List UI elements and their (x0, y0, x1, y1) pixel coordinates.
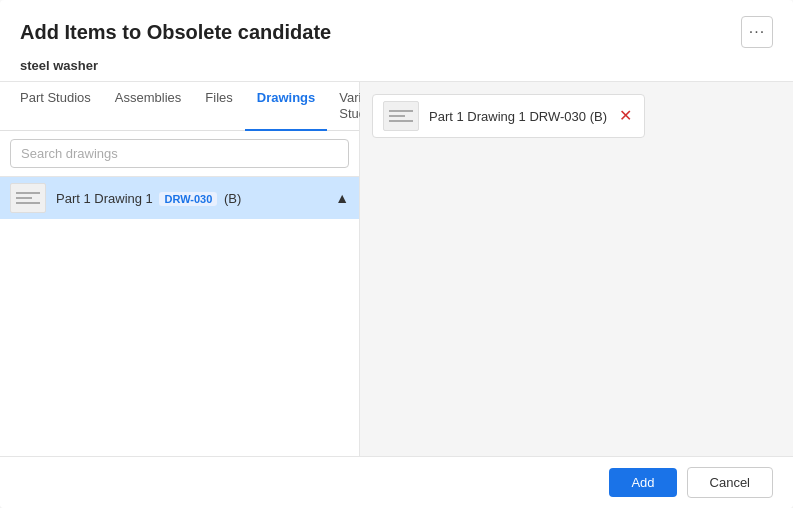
search-input[interactable] (10, 139, 349, 168)
dialog-footer: Add Cancel (0, 456, 793, 508)
selected-item-thumbnail (383, 101, 419, 131)
cancel-button[interactable]: Cancel (687, 467, 773, 498)
tab-part-studios[interactable]: Part Studios (8, 82, 103, 131)
add-button[interactable]: Add (609, 468, 676, 497)
dialog-title: Add Items to Obsolete candidate (20, 21, 331, 44)
selected-item-label: Part 1 Drawing 1 DRW-030 (B) (429, 109, 607, 124)
remove-item-button[interactable]: ✕ (617, 108, 634, 124)
drawings-list: Part 1 Drawing 1 DRW-030 (B) ▲ (0, 177, 359, 456)
right-panel: Part 1 Drawing 1 DRW-030 (B) ✕ (360, 82, 793, 456)
list-item[interactable]: Part 1 Drawing 1 DRW-030 (B) ▲ (0, 177, 359, 219)
dialog-header: Add Items to Obsolete candidate ··· (0, 0, 793, 56)
item-label: Part 1 Drawing 1 DRW-030 (B) (56, 191, 329, 206)
dialog: Add Items to Obsolete candidate ··· stee… (0, 0, 793, 508)
drw-tag: DRW-030 (159, 192, 217, 206)
tabs-bar: Part Studios Assemblies Files Drawings V… (0, 82, 359, 131)
more-options-button[interactable]: ··· (741, 16, 773, 48)
tab-drawings[interactable]: Drawings (245, 82, 328, 131)
search-box (0, 131, 359, 177)
add-to-list-icon: ▲ (335, 190, 349, 206)
document-name: steel washer (0, 56, 793, 81)
selected-item-card: Part 1 Drawing 1 DRW-030 (B) ✕ (372, 94, 645, 138)
dialog-body: Part Studios Assemblies Files Drawings V… (0, 81, 793, 456)
item-thumbnail (10, 183, 46, 213)
tab-assemblies[interactable]: Assemblies (103, 82, 193, 131)
tab-files[interactable]: Files (193, 82, 244, 131)
left-panel: Part Studios Assemblies Files Drawings V… (0, 82, 360, 456)
